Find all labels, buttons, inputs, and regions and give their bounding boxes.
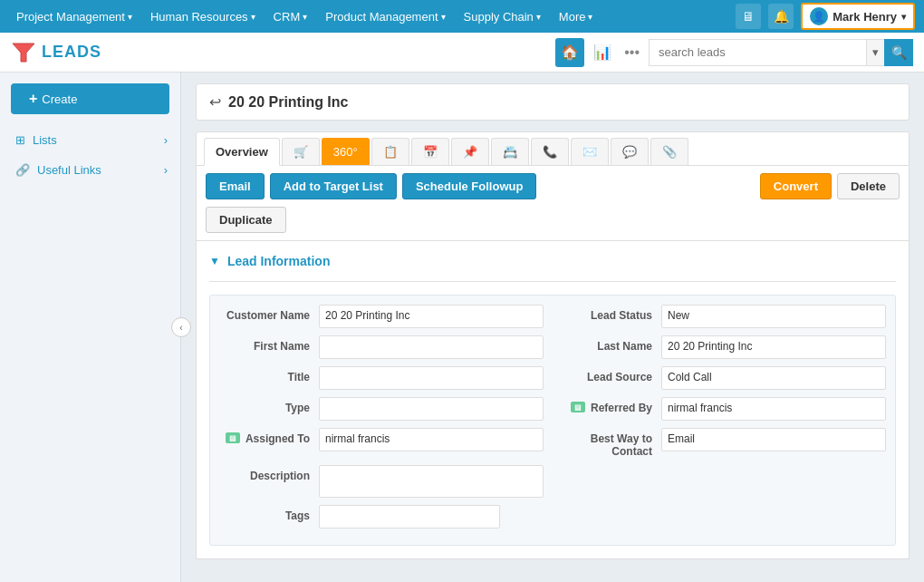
more-dots-button[interactable]: ••• bbox=[621, 41, 643, 64]
type-label: Type bbox=[219, 397, 319, 414]
add-to-target-label: Add to Target List bbox=[284, 179, 383, 193]
last-name-label: Last Name bbox=[562, 335, 661, 353]
sidebar-collapse-button[interactable]: ‹ bbox=[171, 317, 191, 337]
first-name-label: First Name bbox=[219, 335, 319, 353]
tab-360-label: 360° bbox=[333, 145, 358, 159]
tab-overview-label: Overview bbox=[216, 145, 268, 159]
chevron-down-icon: ▾ bbox=[128, 12, 132, 22]
duplicate-label: Duplicate bbox=[219, 213, 273, 227]
user-name: Mark Henry bbox=[833, 10, 897, 24]
chevron-down-icon: ▾ bbox=[251, 12, 255, 22]
nav-human-resources[interactable]: Human Resources ▾ bbox=[143, 6, 263, 27]
delete-label: Delete bbox=[851, 179, 886, 193]
cart-icon: 🛒 bbox=[294, 145, 308, 159]
convert-button[interactable]: Convert bbox=[760, 173, 832, 199]
sidebar-useful-links-label: Useful Links bbox=[37, 163, 101, 177]
tab-360[interactable]: 360° bbox=[322, 138, 370, 165]
email-button[interactable]: Email bbox=[206, 173, 265, 199]
collapse-icon[interactable]: ▼ bbox=[209, 255, 220, 267]
message-icon: 💬 bbox=[622, 145, 637, 159]
notification-icon-button[interactable]: 🔔 bbox=[768, 4, 794, 29]
tab-doc[interactable]: 📋 bbox=[371, 138, 409, 165]
lead-status-field: Lead Status New bbox=[562, 305, 886, 328]
plus-icon: + bbox=[29, 91, 37, 107]
nav-crm[interactable]: CRM ▾ bbox=[266, 6, 315, 27]
lead-source-value: Cold Call bbox=[661, 366, 886, 390]
nav-supply-chain[interactable]: Supply Chain ▾ bbox=[457, 6, 548, 27]
lead-section: ▼ Lead Information Customer Name 20 20 P… bbox=[196, 241, 910, 559]
app-title: LEADS bbox=[42, 43, 101, 62]
form-row-3: Title Lead Source Cold Call bbox=[219, 366, 886, 390]
action-bar: Email Add to Target List Schedule Follow… bbox=[196, 166, 910, 241]
doc-icon: 📋 bbox=[383, 145, 398, 159]
app-logo: LEADS bbox=[11, 42, 101, 63]
sidebar-item-lists[interactable]: ⊞ Lists › bbox=[0, 125, 180, 155]
tab-overview[interactable]: Overview bbox=[204, 138, 280, 166]
list-icon: ⊞ bbox=[15, 133, 25, 147]
nav-product-management[interactable]: Product Management ▾ bbox=[318, 6, 452, 27]
home-button[interactable]: 🏠 bbox=[555, 38, 584, 67]
search-input[interactable] bbox=[649, 39, 866, 66]
tab-pin[interactable]: 📌 bbox=[451, 138, 489, 165]
user-avatar: 👤 bbox=[810, 7, 828, 25]
tabs-bar: Overview 🛒 360° 📋 📅 📌 📇 📞 bbox=[196, 131, 910, 166]
duplicate-button[interactable]: Duplicate bbox=[206, 207, 286, 233]
link-icon: 🔗 bbox=[15, 163, 30, 177]
search-dropdown-button[interactable]: ▾ bbox=[866, 39, 884, 66]
description-value bbox=[319, 465, 544, 498]
section-divider bbox=[209, 281, 896, 282]
user-menu-button[interactable]: 👤 Mark Henry ▾ bbox=[801, 3, 915, 30]
attach-icon: 📎 bbox=[662, 145, 677, 159]
email-button-label: Email bbox=[219, 179, 251, 193]
lead-form: Customer Name 20 20 Printing Inc Lead St… bbox=[209, 295, 896, 546]
nav-project-management[interactable]: Project Management ▾ bbox=[9, 6, 140, 27]
delete-button[interactable]: Delete bbox=[837, 173, 900, 199]
lead-status-value: New bbox=[661, 305, 886, 328]
tags-value bbox=[319, 505, 500, 529]
nav-menu: Project Management ▾ Human Resources ▾ C… bbox=[9, 6, 736, 27]
referred-by-value: nirmal francis bbox=[661, 397, 886, 421]
calendar-icon: 📅 bbox=[423, 145, 438, 159]
main-layout: + Create ⊞ Lists › 🔗 Useful Links › ‹ ↩ … bbox=[0, 73, 924, 582]
search-go-button[interactable]: 🔍 bbox=[884, 39, 913, 66]
back-button[interactable]: ↩ bbox=[209, 93, 221, 111]
title-value bbox=[319, 366, 544, 390]
lead-section-title: Lead Information bbox=[227, 254, 331, 268]
description-field: Description bbox=[219, 465, 544, 498]
phone-icon: 📞 bbox=[543, 145, 557, 159]
action-spacer: Convert Delete bbox=[760, 173, 900, 199]
record-title: 20 20 Printing Inc bbox=[228, 94, 348, 111]
first-name-value bbox=[319, 335, 544, 359]
tab-email[interactable]: ✉️ bbox=[571, 138, 609, 165]
tab-card[interactable]: 📇 bbox=[491, 138, 529, 165]
nav-right: 🖥 🔔 👤 Mark Henry ▾ bbox=[736, 3, 915, 30]
customer-name-value: 20 20 Printing Inc bbox=[319, 305, 544, 328]
assigned-to-label: ▤ Assigned To bbox=[219, 428, 319, 445]
schedule-followup-button[interactable]: Schedule Followup bbox=[402, 173, 536, 199]
app-header: LEADS 🏠 📊 ••• ▾ 🔍 bbox=[0, 33, 924, 73]
chart-icon-button[interactable]: 📊 bbox=[590, 40, 615, 64]
last-name-value: 20 20 Printing Inc bbox=[661, 335, 886, 359]
type-field: Type bbox=[219, 397, 544, 421]
top-navigation: Project Management ▾ Human Resources ▾ C… bbox=[0, 0, 924, 33]
sidebar-item-useful-links[interactable]: 🔗 Useful Links › bbox=[0, 155, 180, 185]
convert-label: Convert bbox=[774, 179, 818, 193]
tab-phone[interactable]: 📞 bbox=[531, 138, 569, 165]
add-to-target-button[interactable]: Add to Target List bbox=[270, 173, 397, 199]
pin-icon: 📌 bbox=[463, 145, 477, 159]
funnel-icon bbox=[11, 42, 36, 63]
screen-icon-button[interactable]: 🖥 bbox=[736, 4, 761, 29]
lead-section-header: ▼ Lead Information bbox=[209, 254, 896, 268]
customer-name-label: Customer Name bbox=[219, 305, 319, 322]
create-button[interactable]: + Create bbox=[11, 83, 169, 114]
chevron-right-icon: › bbox=[164, 163, 168, 177]
description-label: Description bbox=[219, 465, 319, 482]
tab-cart[interactable]: 🛒 bbox=[282, 138, 320, 165]
title-field: Title bbox=[219, 366, 544, 390]
tab-message[interactable]: 💬 bbox=[611, 138, 649, 165]
tab-attach[interactable]: 📎 bbox=[650, 138, 688, 165]
tab-calendar[interactable]: 📅 bbox=[411, 138, 449, 165]
referred-by-label: ▤ Referred By bbox=[562, 397, 661, 414]
email-tab-icon: ✉️ bbox=[582, 145, 597, 159]
nav-more[interactable]: More ▾ bbox=[552, 6, 601, 27]
